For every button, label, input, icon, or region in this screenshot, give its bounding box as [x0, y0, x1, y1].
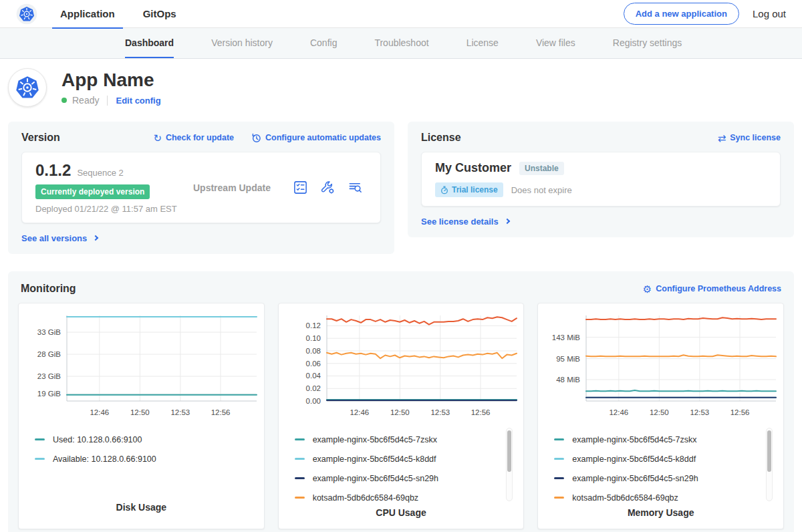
license-card-title: License	[421, 132, 461, 144]
subnav-item-view-files[interactable]: View files	[536, 28, 575, 58]
chart-title: CPU Usage	[279, 507, 524, 532]
ready-status-dot	[61, 98, 67, 103]
legend-label: example-nginx-5bc6f5d4c5-sn29h	[313, 474, 438, 483]
topnav-right: Add a new application Log out	[624, 3, 793, 25]
scrollbar-thumb[interactable]	[767, 430, 771, 472]
disk-usage-chart-card: 12:4612:5012:5312:5619 GiB23 GiB28 GiB33…	[18, 303, 265, 529]
series-color-swatch	[554, 458, 564, 460]
subnav-item-license[interactable]: License	[466, 28, 499, 58]
top-nav: Application GitOps Add a new application…	[0, 0, 802, 28]
legend-label: Available: 10.128.0.66:9100	[53, 454, 156, 464]
svg-text:12:53: 12:53	[170, 408, 190, 416]
legend-scrollbar[interactable]	[506, 428, 513, 501]
check-for-update-button[interactable]: ↻ Check for update	[153, 133, 234, 143]
disk-usage-plot: 12:4612:5012:5312:5619 GiB23 GiB28 GiB33…	[19, 303, 264, 425]
version-number: 0.1.2	[35, 161, 71, 180]
series-color-swatch	[554, 477, 564, 479]
subnav-item-troubleshoot[interactable]: Troubleshoot	[374, 28, 428, 58]
svg-text:95 MiB: 95 MiB	[557, 355, 581, 363]
series-color-swatch	[35, 438, 45, 440]
sync-arrows-icon: ⇄	[718, 133, 726, 143]
subnav-item-registry-settings[interactable]: Registry settings	[613, 28, 682, 58]
subnav-item-version-history[interactable]: Version history	[211, 28, 273, 58]
configure-automatic-updates-button[interactable]: Configure automatic updates	[251, 133, 381, 143]
sync-license-button[interactable]: ⇄ Sync license	[718, 133, 781, 143]
svg-text:12:56: 12:56	[211, 408, 231, 416]
svg-text:0.06: 0.06	[305, 360, 320, 368]
svg-text:0.08: 0.08	[305, 347, 320, 355]
svg-text:0.12: 0.12	[305, 321, 320, 329]
app-status-text: Ready	[72, 95, 99, 106]
legend-scrollbar[interactable]	[766, 428, 773, 501]
license-panel: My Customer Unstable Trial license Does …	[421, 152, 781, 207]
version-card-title: Version	[21, 132, 60, 144]
series-color-swatch	[295, 458, 305, 460]
trial-license-badge: Trial license	[435, 182, 503, 197]
clock-arrow-icon	[251, 133, 261, 143]
svg-text:48 MiB: 48 MiB	[557, 376, 581, 384]
subnav-item-dashboard[interactable]: Dashboard	[125, 28, 174, 58]
see-all-versions-link[interactable]: See all versions	[21, 233, 98, 243]
edit-config-icon[interactable]	[320, 180, 336, 195]
legend-item: kotsadm-5db6dc6584-69qbz	[554, 488, 783, 507]
version-source-label: Upstream Update	[193, 182, 271, 193]
legend-item: example-nginx-5bc6f5d4c5-k8ddf	[554, 449, 783, 469]
chart-title: Memory Usage	[538, 507, 783, 532]
legend-item: example-nginx-5bc6f5d4c5-7zskx	[295, 430, 524, 449]
legend-item: Available: 10.128.0.66:9100	[35, 449, 264, 469]
series-color-swatch	[554, 497, 564, 499]
legend-item: example-nginx-5bc6f5d4c5-k8ddf	[295, 449, 524, 469]
legend-label: example-nginx-5bc6f5d4c5-k8ddf	[313, 454, 436, 464]
svg-text:0.02: 0.02	[305, 384, 320, 392]
svg-text:0.04: 0.04	[305, 372, 321, 380]
edit-config-link[interactable]: Edit config	[116, 96, 160, 106]
svg-text:23 GiB: 23 GiB	[37, 372, 61, 380]
legend-item: Used: 10.128.0.66:9100	[35, 430, 264, 449]
kubernetes-logo-icon[interactable]	[16, 3, 37, 25]
svg-text:33 GiB: 33 GiB	[37, 328, 61, 336]
series-color-swatch	[295, 497, 305, 499]
memory-usage-legend: example-nginx-5bc6f5d4c5-7zskxexample-ng…	[538, 425, 783, 507]
cpu-usage-legend: example-nginx-5bc6f5d4c5-7zskxexample-ng…	[279, 425, 524, 507]
logout-button[interactable]: Log out	[753, 8, 793, 19]
cpu-usage-plot: 12:4612:5012:5312:560.000.020.040.060.08…	[279, 303, 524, 425]
svg-text:28 GiB: 28 GiB	[37, 350, 61, 358]
svg-text:12:56: 12:56	[471, 408, 490, 416]
svg-text:143 MiB: 143 MiB	[552, 334, 581, 342]
cpu-usage-chart-card: 12:4612:5012:5312:560.000.020.040.060.08…	[278, 303, 525, 529]
app-header: App Name Ready Edit config	[0, 59, 802, 116]
legend-label: example-nginx-5bc6f5d4c5-sn29h	[572, 474, 698, 483]
chevron-right-icon	[504, 219, 509, 224]
subnav-item-config[interactable]: Config	[310, 28, 337, 58]
legend-label: Used: 10.128.0.66:9100	[53, 435, 142, 444]
view-diff-icon[interactable]	[348, 180, 363, 195]
customer-name: My Customer	[435, 161, 511, 175]
svg-text:12:50: 12:50	[390, 408, 410, 416]
refresh-icon: ↻	[153, 133, 162, 143]
legend-label: example-nginx-5bc6f5d4c5-7zskx	[313, 435, 437, 444]
release-notes-icon[interactable]	[293, 180, 308, 195]
legend-item: example-nginx-5bc6f5d4c5-7zskx	[554, 430, 783, 449]
app-sub-nav: Dashboard Version history Config Trouble…	[0, 28, 802, 59]
svg-text:12:46: 12:46	[90, 408, 109, 416]
version-card: Version ↻ Check for update Configure aut…	[8, 122, 394, 254]
series-color-swatch	[554, 438, 564, 440]
svg-text:12:50: 12:50	[130, 408, 150, 416]
add-application-button[interactable]: Add a new application	[624, 3, 739, 25]
legend-item: example-nginx-5bc6f5d4c5-sn29h	[295, 469, 524, 488]
scrollbar-thumb[interactable]	[507, 430, 511, 472]
app-avatar	[8, 68, 47, 107]
series-color-swatch	[295, 438, 305, 440]
tab-application[interactable]: Application	[52, 0, 123, 28]
gear-icon: ⚙	[643, 284, 652, 294]
memory-usage-chart-card: 12:4612:5012:5312:5648 MiB95 MiB143 MiB …	[537, 303, 784, 529]
svg-text:19 GiB: 19 GiB	[37, 390, 61, 398]
version-sequence: Sequence 2	[77, 168, 123, 178]
dashboard-cards-row: Version ↻ Check for update Configure aut…	[8, 122, 794, 254]
chart-title: Disk Usage	[19, 502, 264, 529]
see-license-details-link[interactable]: See license details	[421, 217, 509, 227]
svg-text:12:53: 12:53	[430, 408, 450, 416]
tab-gitops[interactable]: GitOps	[135, 0, 184, 28]
configure-prometheus-button[interactable]: ⚙ Configure Prometheus Address	[643, 284, 781, 294]
legend-label: example-nginx-5bc6f5d4c5-7zskx	[572, 435, 696, 444]
